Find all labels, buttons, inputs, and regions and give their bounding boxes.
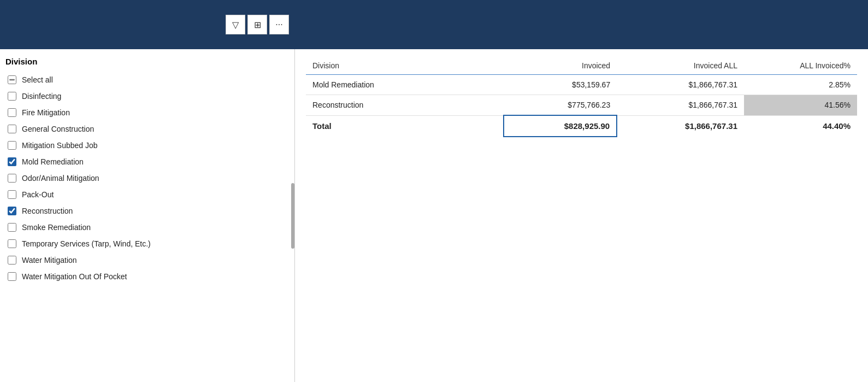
filter-label: Smoke Remediation — [22, 223, 91, 232]
filter-checkbox[interactable] — [8, 174, 16, 183]
filter-checkbox[interactable] — [8, 190, 16, 199]
filter-icon: ▽ — [232, 20, 239, 30]
data-table: Division Invoiced Invoiced ALL ALL Invoi… — [306, 57, 857, 137]
filter-item[interactable]: Select all — [5, 72, 289, 88]
filter-checkbox[interactable] — [8, 207, 16, 215]
cell-all_invoiced_pct: 41.56% — [744, 95, 857, 116]
filter-item[interactable]: Disinfecting — [5, 88, 289, 104]
total-cell-invoiced_all: $1,866,767.31 — [617, 115, 744, 137]
cell-invoiced: $53,159.67 — [504, 75, 617, 95]
cell-division: Mold Remediation — [306, 75, 504, 95]
main-content: Division Select allDisinfectingFire Miti… — [0, 49, 868, 382]
filter-item[interactable]: General Construction — [5, 121, 289, 137]
col-header-invoiced-all: Invoiced ALL — [617, 57, 744, 75]
filter-item[interactable]: Water Mitigation — [5, 252, 289, 268]
total-cell-division: Total — [306, 115, 504, 137]
filter-checkbox[interactable] — [8, 125, 16, 133]
filter-label: Disinfecting — [22, 92, 61, 101]
filter-label: Fire Mitigation — [22, 108, 70, 117]
table-body: Mold Remediation$53,159.67$1,866,767.312… — [306, 75, 857, 137]
filter-label: Mold Remediation — [22, 157, 84, 166]
filter-item[interactable]: Smoke Remediation — [5, 219, 289, 236]
cell-invoiced: $775,766.23 — [504, 95, 617, 116]
top-bar: ▽ ⊞ ··· — [0, 0, 868, 49]
filter-label: Reconstruction — [22, 207, 73, 215]
filter-checkbox[interactable] — [8, 141, 16, 150]
filter-checkbox[interactable] — [8, 272, 16, 281]
filter-label: Temporary Services (Tarp, Wind, Etc.) — [22, 239, 151, 248]
filter-label: Water Mitigation Out Of Pocket — [22, 272, 127, 281]
scrollbar-indicator[interactable] — [291, 183, 294, 249]
filter-item[interactable]: Mold Remediation — [5, 154, 289, 170]
table-header-row: Division Invoiced Invoiced ALL ALL Invoi… — [306, 57, 857, 75]
filter-item[interactable]: Temporary Services (Tarp, Wind, Etc.) — [5, 236, 289, 252]
filter-label: Mitigation Subbed Job — [22, 141, 98, 150]
filter-label: General Construction — [22, 125, 94, 133]
filter-item[interactable]: Reconstruction — [5, 203, 289, 219]
col-header-invoiced: Invoiced — [504, 57, 617, 75]
filter-label: Pack-Out — [22, 190, 54, 199]
filter-label: Water Mitigation — [22, 256, 77, 265]
cell-division: Reconstruction — [306, 95, 504, 116]
col-header-all-invoiced-pct: ALL Invoiced% — [744, 57, 857, 75]
filter-item[interactable]: Fire Mitigation — [5, 104, 289, 121]
cell-invoiced_all: $1,866,767.31 — [617, 95, 744, 116]
more-icon: ··· — [275, 20, 282, 30]
cell-all_invoiced_pct: 2.85% — [744, 75, 857, 95]
filter-item[interactable]: Mitigation Subbed Job — [5, 137, 289, 154]
filter-panel-title: Division — [5, 57, 289, 66]
filter-label: Odor/Animal Mitigation — [22, 174, 99, 183]
filter-checkbox[interactable] — [8, 223, 16, 232]
filter-checkbox[interactable] — [8, 157, 16, 166]
toolbar-icons: ▽ ⊞ ··· — [226, 15, 289, 34]
table-row: Reconstruction$775,766.23$1,866,767.3141… — [306, 95, 857, 116]
filter-item[interactable]: Water Mitigation Out Of Pocket — [5, 268, 289, 285]
filter-checkbox[interactable] — [8, 75, 16, 84]
filter-button[interactable]: ▽ — [226, 15, 245, 34]
cell-invoiced_all: $1,866,767.31 — [617, 75, 744, 95]
filter-checkbox[interactable] — [8, 239, 16, 248]
col-header-division: Division — [306, 57, 504, 75]
filter-checkbox[interactable] — [8, 256, 16, 265]
more-button[interactable]: ··· — [269, 15, 289, 34]
filter-checkbox[interactable] — [8, 92, 16, 101]
expand-button[interactable]: ⊞ — [247, 15, 267, 34]
filter-item[interactable]: Odor/Animal Mitigation — [5, 170, 289, 186]
total-row: Total$828,925.90$1,866,767.3144.40% — [306, 115, 857, 137]
filter-checkbox[interactable] — [8, 108, 16, 117]
filter-panel: Division Select allDisinfectingFire Miti… — [0, 49, 295, 382]
filter-items-container: Select allDisinfectingFire MitigationGen… — [5, 72, 289, 285]
table-panel: Division Invoiced Invoiced ALL ALL Invoi… — [295, 49, 868, 382]
total-cell-all_invoiced_pct: 44.40% — [744, 115, 857, 137]
filter-item[interactable]: Pack-Out — [5, 186, 289, 203]
total-cell-invoiced: $828,925.90 — [504, 115, 617, 137]
filter-label: Select all — [22, 75, 53, 84]
expand-icon: ⊞ — [254, 20, 261, 30]
table-row: Mold Remediation$53,159.67$1,866,767.312… — [306, 75, 857, 95]
